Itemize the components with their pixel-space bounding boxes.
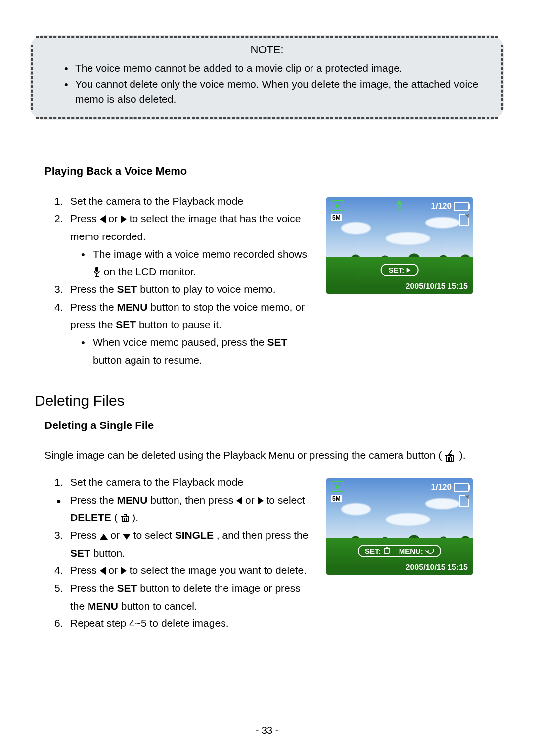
subhead-playing-back: Playing Back a Voice Memo xyxy=(44,165,504,178)
svg-rect-0 xyxy=(95,267,98,272)
steps-delete: Set the camera to the Playback mode Pres… xyxy=(54,473,312,632)
svg-rect-5 xyxy=(398,209,401,210)
lcd-preview-playback: 1/120 5M SET: 2005/10/15 15:15 xyxy=(326,197,473,294)
image-count: 1/120 xyxy=(431,201,452,211)
arrow-right-icon xyxy=(258,497,264,505)
svg-rect-3 xyxy=(398,201,401,205)
steps-item: Repeat step 4~5 to delete images. xyxy=(54,614,312,632)
steps-item: Set the camera to the Playback mode xyxy=(54,192,312,210)
resolution-badge: 5M xyxy=(331,495,342,502)
arrow-down-icon xyxy=(123,534,131,540)
timestamp: 2005/10/15 15:15 xyxy=(406,282,468,291)
steps-sub-item: When voice memo paused, press the SET bu… xyxy=(81,333,312,369)
return-icon xyxy=(425,548,434,554)
steps-item: Press or to select SINGLE , and then pre… xyxy=(54,526,312,562)
arrow-left-icon xyxy=(236,497,242,505)
resolution-badge: 5M xyxy=(331,214,342,221)
section-title-deleting: Deleting Files xyxy=(35,392,504,409)
steps-item: Press or to select the image that has th… xyxy=(54,210,312,281)
arrow-right-icon xyxy=(121,215,127,223)
note-list: The voice memo cannot be added to a movi… xyxy=(44,60,490,107)
arrow-left-icon xyxy=(100,567,106,575)
svg-rect-7 xyxy=(122,516,128,522)
trash-icon xyxy=(121,512,133,523)
steps-item: Press the SET button to delete the image… xyxy=(54,579,312,614)
page-number: - 33 - xyxy=(0,725,534,736)
mic-icon xyxy=(93,266,104,277)
image-count: 1/120 xyxy=(431,482,452,492)
flash-trash-icon xyxy=(445,449,459,461)
steps-item: Press the MENU button to stop the voice … xyxy=(54,298,312,369)
steps-item: Press the MENU button, then press or to … xyxy=(54,491,312,526)
arrow-right-icon xyxy=(121,567,127,575)
card-icon xyxy=(459,495,469,507)
steps-item: Press the SET button to play to voice me… xyxy=(54,281,312,298)
steps-sub-item: The image with a voice memo recorded sho… xyxy=(81,245,312,281)
delete-intro: Single image can be deleted using the Pl… xyxy=(44,447,504,464)
mic-icon xyxy=(396,200,403,212)
trash-icon xyxy=(383,547,390,554)
arrow-left-icon xyxy=(100,215,106,223)
battery-icon xyxy=(454,202,469,211)
arrow-up-icon xyxy=(100,534,108,540)
subhead-deleting-single: Deleting a Single File xyxy=(44,419,504,432)
steps-item: Set the camera to the Playback mode xyxy=(54,473,312,491)
play-mode-icon xyxy=(331,481,344,492)
note-title: NOTE: xyxy=(44,44,490,56)
svg-rect-1 xyxy=(96,273,97,276)
svg-rect-4 xyxy=(399,207,400,209)
play-icon xyxy=(406,268,410,273)
hint-pill: SET: xyxy=(381,264,419,276)
lcd-preview-delete: 1/120 5M SET: MENU: 2005/10/15 15 xyxy=(326,478,473,575)
note-box: NOTE: The voice memo cannot be added to … xyxy=(30,35,504,120)
play-mode-icon xyxy=(331,200,344,211)
svg-rect-2 xyxy=(95,276,99,277)
card-icon xyxy=(459,214,469,226)
battery-icon xyxy=(454,483,469,492)
steps-item: Press or to select the image you want to… xyxy=(54,562,312,579)
hint-pill: SET: MENU: xyxy=(358,545,441,557)
svg-rect-8 xyxy=(384,549,389,553)
steps-playback: Set the camera to the Playback mode Pres… xyxy=(54,192,312,369)
timestamp: 2005/10/15 15:15 xyxy=(406,563,468,572)
note-item: You cannot delete only the voice memo. W… xyxy=(64,76,480,107)
note-item: The voice memo cannot be added to a movi… xyxy=(64,60,480,76)
